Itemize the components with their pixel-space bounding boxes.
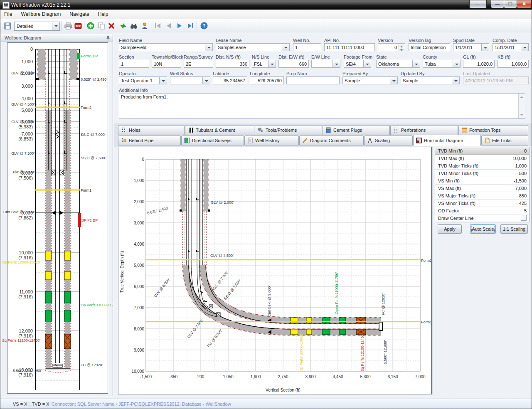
scroll-down-icon[interactable] (520, 114, 523, 117)
print-button[interactable] (64, 21, 73, 30)
chevron-down-icon[interactable] (481, 44, 489, 51)
pin-icon[interactable] (106, 36, 110, 41)
chevron-down-icon[interactable] (205, 44, 212, 51)
dist-ns-input[interactable]: 330 (216, 60, 249, 68)
nav-last-button[interactable] (186, 21, 195, 30)
memo-scrollbar[interactable] (518, 94, 525, 118)
chevron-down-icon[interactable] (412, 60, 420, 67)
comp-date-input[interactable]: 1/31/2011 (493, 43, 529, 51)
close-button[interactable]: ✖ (517, 0, 532, 8)
chevron-down-icon[interactable] (202, 77, 210, 84)
chevron-down-icon[interactable] (52, 22, 59, 30)
prepared-by-input[interactable]: Sample (342, 76, 398, 84)
copy-button[interactable] (97, 21, 106, 30)
property-row-draw-center-line[interactable]: Draw Center Line (435, 214, 529, 222)
tab-holes[interactable]: Holes (118, 125, 185, 135)
well-no-input[interactable]: 1 (293, 43, 321, 51)
nav-first-button[interactable] (153, 21, 163, 30)
tab-well-history[interactable]: Well History (244, 136, 299, 145)
operator-input[interactable]: Test Operator 1 (119, 76, 167, 84)
tab-directional-surveys[interactable]: Directional Surveys (181, 136, 244, 145)
menu-file[interactable]: File (0, 10, 16, 19)
property-row[interactable]: TVD Max (ft)10,000 (435, 155, 529, 162)
tab-horizontal-diagram[interactable]: Horizontal Diagram (413, 135, 481, 146)
updated-by-input[interactable]: Sample (401, 76, 460, 84)
title-bar[interactable]: W Well Shadow v2015.2.22.1 ⇔ — ❐ ✖ (0, 0, 532, 10)
delete-button[interactable] (107, 21, 116, 30)
refresh-button[interactable] (118, 21, 128, 30)
tab-behind-pipe[interactable]: Behind Pipe (118, 136, 181, 145)
menu-wellbore-diagram[interactable]: Wellbore Diagram (17, 10, 64, 19)
field-name-input[interactable]: SampleField (119, 43, 213, 51)
spinner-arrows-icon[interactable] (399, 44, 405, 51)
api-no-input[interactable]: 11-111-11111-0000 (324, 43, 375, 51)
kb-input[interactable]: 1,060.0 (498, 60, 529, 68)
ns-line-input[interactable]: FSL (252, 60, 276, 68)
tab-file-links[interactable]: File Links (481, 136, 528, 145)
property-row[interactable]: VS Major Ticks (ft)850 (435, 192, 529, 200)
menu-navigate[interactable]: Navigate (66, 10, 93, 19)
draw-center-line-checkbox[interactable] (521, 215, 527, 221)
scroll-up-icon[interactable] (520, 95, 523, 98)
chevron-down-icon[interactable] (363, 60, 371, 67)
chevron-down-icon[interactable] (390, 77, 397, 84)
property-row[interactable]: TVD Min (ft)0 (435, 147, 529, 155)
additional-info-input[interactable]: Producing from Form1. (119, 93, 525, 119)
restore-button[interactable]: ❐ (504, 0, 517, 8)
range-input[interactable]: 2E (184, 60, 213, 68)
chevron-down-icon[interactable] (521, 44, 528, 51)
operator-manager-button[interactable] (140, 21, 149, 30)
export-pdf-button[interactable]: PDF (74, 21, 83, 30)
state-input[interactable]: Oklahoma (376, 60, 420, 68)
tab-perforations[interactable]: Perforations (390, 125, 458, 135)
tab-diagram-comments[interactable]: Diagram Comments (299, 136, 364, 145)
nav-next-button[interactable] (175, 21, 184, 30)
property-row[interactable]: VS Minor Ticks (ft)425 (435, 200, 529, 207)
chevron-down-icon[interactable] (453, 60, 460, 67)
township-input[interactable]: 10N (152, 60, 181, 68)
property-row[interactable]: TVD Major Ticks (ft)1,000 (435, 162, 529, 170)
spud-date-input[interactable]: 1/1/2011 (453, 43, 489, 51)
property-row[interactable]: VS Max (ft)7,000 (435, 185, 529, 192)
wellbore-diagram-header[interactable]: Wellbore Diagram (1, 34, 113, 42)
svg-text:GLV @ 7,500': GLV @ 7,500' (187, 318, 204, 339)
property-row[interactable]: TVD Minor Ticks (ft)500 (435, 170, 529, 177)
latitude-input[interactable]: 35.234567 (213, 76, 247, 84)
nav-prev-button[interactable] (164, 21, 173, 30)
one-to-one-scaling-button[interactable]: 1:1 Scaling (500, 224, 528, 234)
chevron-down-icon[interactable] (159, 77, 167, 84)
menu-help[interactable]: Help (94, 10, 112, 19)
tab-formation-tops[interactable]: Formation Tops (458, 125, 528, 135)
property-row[interactable]: OD Factor5 (435, 207, 529, 214)
versiontag-input[interactable]: Initial Completion (409, 43, 450, 51)
diagram-view-combo[interactable]: Detailed (14, 22, 60, 31)
add-button[interactable] (86, 21, 95, 30)
find-button[interactable] (129, 21, 138, 30)
chevron-down-icon[interactable] (282, 44, 289, 51)
tab-scaling[interactable]: Scaling (364, 136, 413, 145)
apply-button[interactable]: Apply (438, 224, 462, 234)
dist-ew-input[interactable]: 660 (278, 60, 309, 68)
auto-scale-button[interactable]: Auto Scale (470, 224, 496, 234)
lease-name-input[interactable]: SampleLease (216, 43, 290, 51)
save-button[interactable] (3, 21, 12, 30)
footage-from-input[interactable]: SE/4 (344, 60, 371, 68)
property-row[interactable]: VS Min (ft)-1,500 (435, 177, 529, 185)
county-input[interactable]: Tulsa (423, 60, 461, 68)
prop-num-input[interactable] (286, 76, 340, 84)
ew-line-input[interactable] (311, 60, 340, 68)
chevron-down-icon[interactable] (332, 60, 340, 67)
tab-tools-problems[interactable]: Tools/Problems (255, 125, 322, 135)
section-input[interactable]: 1 (119, 60, 149, 68)
gl-input[interactable]: 1,020.0 (463, 60, 495, 68)
help-button[interactable]: ? (200, 21, 209, 30)
minimize-button[interactable]: — (491, 0, 504, 8)
resize-arrows-button[interactable]: ⇔ (469, 0, 487, 8)
version-input[interactable]: 0 (378, 43, 405, 51)
well-status-input[interactable] (170, 76, 210, 84)
chevron-down-icon[interactable] (268, 60, 276, 67)
tab-cement-plugs[interactable]: Cement Plugs (323, 125, 390, 135)
tab-tubulars-cement[interactable]: Tubulars & Cement (185, 125, 254, 135)
longitude-input[interactable]: 526.205790 (250, 76, 284, 84)
chevron-down-icon[interactable] (452, 77, 459, 84)
